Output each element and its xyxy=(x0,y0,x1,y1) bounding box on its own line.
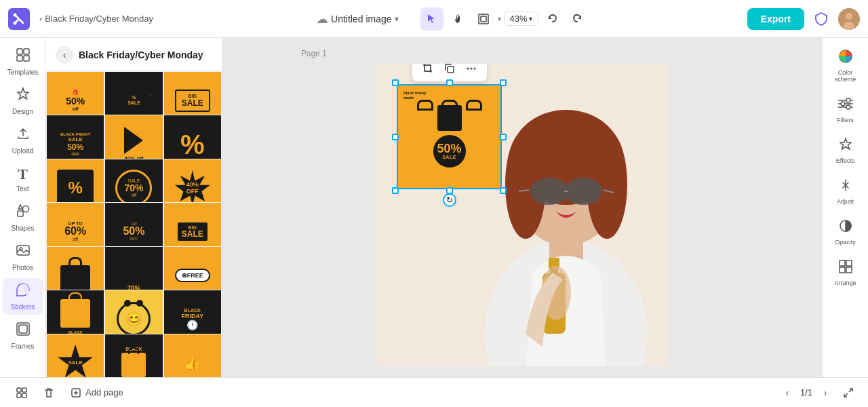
rotate-handle[interactable]: ↻ xyxy=(443,193,456,207)
sidebar-item-upload[interactable]: Upload xyxy=(3,122,43,159)
zoom-chevron-icon: ▾ xyxy=(529,15,532,22)
svg-rect-3 xyxy=(481,16,486,22)
add-page-button[interactable]: Add page xyxy=(65,385,129,401)
page-label: Page 1 xyxy=(301,49,327,58)
sidebar-item-stickers[interactable]: Stickers xyxy=(3,278,43,315)
right-item-label: Opacity xyxy=(835,239,856,246)
duplicate-tool-button[interactable] xyxy=(439,64,460,79)
right-item-effects[interactable]: Effects xyxy=(825,132,866,170)
canvas-area: Page 1 xyxy=(222,38,822,377)
frame-tool-button[interactable] xyxy=(472,7,495,31)
svg-rect-34 xyxy=(425,65,431,71)
svg-point-42 xyxy=(846,105,850,109)
sidebar-item-label: Upload xyxy=(12,147,34,155)
left-sidebar: Templates Design Upload T Text Shapes xyxy=(0,38,46,377)
undo-button[interactable] xyxy=(541,7,564,31)
svg-point-37 xyxy=(470,68,472,70)
handle-top-right[interactable] xyxy=(500,79,507,86)
svg-point-36 xyxy=(467,68,469,70)
panel-title: Black Friday/Cyber Monday xyxy=(79,50,203,60)
export-button[interactable]: Export xyxy=(747,8,804,30)
add-page-label: Add page xyxy=(85,387,123,398)
right-item-label: Color scheme xyxy=(828,69,863,83)
right-item-adjust[interactable]: Adjust xyxy=(825,172,866,210)
list-item[interactable]: SALE xyxy=(46,334,104,377)
handle-middle-left[interactable] xyxy=(392,134,399,140)
right-item-color-scheme[interactable]: Color scheme xyxy=(825,43,866,88)
svg-rect-54 xyxy=(17,388,21,392)
trash-button[interactable] xyxy=(38,382,60,404)
selected-sticker[interactable]: black fridaydeals 50% SALE xyxy=(397,84,502,189)
app-logo[interactable] xyxy=(8,8,30,30)
topbar-title: Black Friday/Cyber Monday xyxy=(45,14,153,24)
svg-rect-7 xyxy=(17,49,22,54)
svg-rect-9 xyxy=(17,56,22,61)
sidebar-item-frames[interactable]: Frames xyxy=(3,317,43,354)
design-icon xyxy=(16,87,31,106)
main-area: Templates Design Upload T Text Shapes xyxy=(0,38,868,377)
select-tool-button[interactable] xyxy=(420,7,443,31)
grid-view-button[interactable] xyxy=(11,382,33,404)
handle-top-center[interactable] xyxy=(446,79,453,86)
sidebar-item-text[interactable]: T Text xyxy=(3,161,43,197)
prev-page-button[interactable]: ‹ xyxy=(778,384,796,402)
frame-chevron-icon: ▾ xyxy=(498,15,501,22)
handle-top-left[interactable] xyxy=(392,79,399,86)
right-item-opacity[interactable]: Opacity xyxy=(825,213,866,251)
svg-point-38 xyxy=(473,68,475,70)
list-item[interactable]: 👍 xyxy=(163,334,222,377)
list-item[interactable]: BLACK xyxy=(104,334,163,377)
sidebar-item-templates[interactable]: Templates xyxy=(3,43,43,80)
svg-rect-11 xyxy=(18,211,23,216)
right-item-arrange[interactable]: Arrange xyxy=(825,254,866,292)
svg-point-26 xyxy=(564,178,602,205)
sidebar-item-label: Stickers xyxy=(11,303,35,311)
sticker-grid: 🎁 50% off %SALE BIG SALE BLACK FRID xyxy=(46,71,222,377)
sidebar-item-design[interactable]: Design xyxy=(3,83,43,119)
svg-point-0 xyxy=(14,13,17,16)
sidebar-item-label: Text xyxy=(16,185,28,193)
svg-rect-51 xyxy=(846,260,852,266)
photos-icon xyxy=(16,243,31,262)
sidebar-item-label: Photos xyxy=(12,264,33,271)
right-item-label: Filters xyxy=(837,117,854,123)
handle-bottom-left[interactable] xyxy=(392,187,399,194)
arrange-icon xyxy=(838,259,853,277)
handle-bottom-right[interactable] xyxy=(500,187,507,194)
back-button[interactable]: ‹ Black Friday/Cyber Monday xyxy=(35,11,157,26)
sidebar-item-label: Frames xyxy=(12,343,35,350)
svg-point-25 xyxy=(530,178,568,205)
user-avatar[interactable] xyxy=(838,8,860,30)
expand-button[interactable] xyxy=(840,384,857,402)
right-item-filters[interactable]: Filters xyxy=(825,91,866,129)
svg-point-12 xyxy=(22,206,28,212)
bottom-bar: Add page ‹ 1/1 › xyxy=(0,377,868,407)
frames-icon xyxy=(16,322,31,341)
text-icon: T xyxy=(18,166,28,183)
sidebar-item-photos[interactable]: Photos xyxy=(3,239,43,275)
svg-rect-35 xyxy=(448,66,454,73)
more-options-button[interactable] xyxy=(461,64,481,79)
handle-middle-right[interactable] xyxy=(500,134,507,140)
svg-rect-55 xyxy=(22,388,26,392)
canvas-wrapper: black fridaydeals 50% SALE xyxy=(376,64,668,366)
crop-tool-button[interactable] xyxy=(418,64,438,79)
opacity-icon xyxy=(838,218,853,237)
canvas-image[interactable]: black fridaydeals 50% SALE xyxy=(376,64,668,366)
next-page-button[interactable]: › xyxy=(816,384,834,402)
sidebar-item-shapes[interactable]: Shapes xyxy=(3,199,43,236)
zoom-control[interactable]: 43% ▾ xyxy=(504,12,538,26)
tool-area: ▾ 43% ▾ xyxy=(420,7,589,31)
svg-rect-50 xyxy=(840,260,845,266)
redo-button[interactable] xyxy=(566,7,589,31)
sticker-panel: ‹ Black Friday/Cyber Monday 🎁 50% off %S… xyxy=(46,38,222,377)
svg-point-41 xyxy=(846,98,850,102)
right-item-label: Arrange xyxy=(834,279,856,286)
filename-chevron-icon: ▾ xyxy=(395,14,399,24)
svg-rect-57 xyxy=(22,393,26,398)
panel-back-button[interactable]: ‹ xyxy=(56,46,73,64)
svg-rect-53 xyxy=(846,267,852,273)
svg-rect-56 xyxy=(17,393,21,398)
shield-button[interactable] xyxy=(810,7,833,31)
hand-tool-button[interactable] xyxy=(446,7,469,31)
